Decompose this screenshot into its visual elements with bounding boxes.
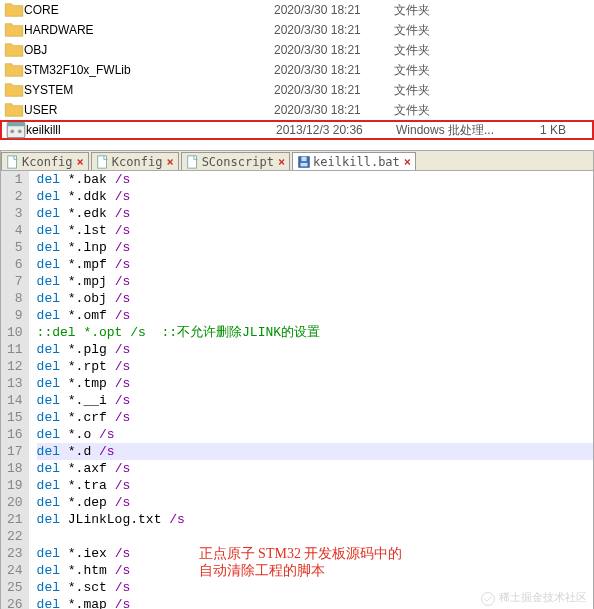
code-line[interactable]: del *.ddk /s: [37, 188, 593, 205]
editor-tab[interactable]: SConscript×: [181, 152, 290, 170]
code-line[interactable]: del *.d /s: [37, 443, 593, 460]
line-number: 26: [7, 596, 23, 609]
file-row[interactable]: STM32F10x_FWLib2020/3/30 18:21文件夹: [0, 60, 594, 80]
line-number: 7: [7, 273, 23, 290]
line-number: 3: [7, 205, 23, 222]
file-name: SYSTEM: [24, 83, 274, 97]
code-line[interactable]: del *.o /s: [37, 426, 593, 443]
file-row[interactable]: keilkilll2013/12/3 20:36Windows 批处理...1 …: [0, 120, 594, 140]
file-row[interactable]: CORE2020/3/30 18:21文件夹: [0, 0, 594, 20]
line-number: 2: [7, 188, 23, 205]
annotation-text: 自动清除工程的脚本: [199, 562, 403, 579]
folder-icon: [4, 100, 24, 120]
code-line[interactable]: del *.lnp /s: [37, 239, 593, 256]
file-date: 2020/3/30 18:21: [274, 3, 394, 17]
file-row[interactable]: HARDWARE2020/3/30 18:21文件夹: [0, 20, 594, 40]
editor-tab[interactable]: keilkill.bat×: [292, 152, 416, 170]
annotation-text: 正点原子 STM32 开发板源码中的: [199, 545, 403, 562]
line-number: 18: [7, 460, 23, 477]
line-number: 10: [7, 324, 23, 341]
tab-label: Kconfig: [112, 155, 163, 169]
folder-icon: [4, 0, 24, 20]
file-row[interactable]: USER2020/3/30 18:21文件夹: [0, 100, 594, 120]
svg-rect-1: [7, 123, 25, 127]
line-number: 13: [7, 375, 23, 392]
file-type: 文件夹: [394, 102, 514, 119]
tab-label: keilkill.bat: [313, 155, 400, 169]
file-date: 2020/3/30 18:21: [274, 63, 394, 77]
close-icon[interactable]: ×: [77, 155, 84, 169]
code-line[interactable]: del *.rpt /s: [37, 358, 593, 375]
watermark: 稀土掘金技术社区: [481, 590, 587, 607]
line-number: 16: [7, 426, 23, 443]
code-line[interactable]: del *.mpj /s: [37, 273, 593, 290]
folder-icon: [4, 40, 24, 60]
svg-rect-6: [187, 155, 196, 167]
svg-rect-9: [301, 162, 308, 166]
code-line[interactable]: del *.__i /s: [37, 392, 593, 409]
folder-icon: [4, 80, 24, 100]
file-type: Windows 批处理...: [396, 122, 516, 139]
close-icon[interactable]: ×: [278, 155, 285, 169]
line-number: 5: [7, 239, 23, 256]
line-number: 14: [7, 392, 23, 409]
file-row[interactable]: OBJ2020/3/30 18:21文件夹: [0, 40, 594, 60]
tab-label: Kconfig: [22, 155, 73, 169]
file-date: 2013/12/3 20:36: [276, 123, 396, 137]
svg-rect-5: [98, 155, 107, 167]
line-number: 21: [7, 511, 23, 528]
file-name: OBJ: [24, 43, 274, 57]
file-name: USER: [24, 103, 274, 117]
close-icon[interactable]: ×: [166, 155, 173, 169]
line-number: 20: [7, 494, 23, 511]
file-name: keilkilll: [26, 123, 276, 137]
code-line[interactable]: [37, 528, 593, 545]
code-line[interactable]: del *.tmp /s: [37, 375, 593, 392]
folder-icon: [4, 20, 24, 40]
file-type: 文件夹: [394, 82, 514, 99]
svg-rect-4: [8, 155, 17, 167]
file-date: 2020/3/30 18:21: [274, 103, 394, 117]
editor-tab[interactable]: Kconfig×: [91, 152, 179, 170]
editor-tab[interactable]: Kconfig×: [1, 152, 89, 170]
file-type: 文件夹: [394, 42, 514, 59]
code-line[interactable]: del *.edk /s: [37, 205, 593, 222]
file-type: 文件夹: [394, 22, 514, 39]
svg-point-10: [482, 592, 495, 605]
file-size: 1 KB: [516, 123, 566, 137]
code-line[interactable]: del *.dep /s: [37, 494, 593, 511]
folder-icon: [4, 60, 24, 80]
svg-rect-8: [301, 156, 306, 160]
svg-point-3: [18, 129, 22, 133]
line-number: 19: [7, 477, 23, 494]
code-line[interactable]: del *.lst /s: [37, 222, 593, 239]
code-line[interactable]: del *.tra /s: [37, 477, 593, 494]
file-row[interactable]: SYSTEM2020/3/30 18:21文件夹: [0, 80, 594, 100]
file-name: CORE: [24, 3, 274, 17]
file-name: STM32F10x_FWLib: [24, 63, 274, 77]
code-line[interactable]: del *.omf /s: [37, 307, 593, 324]
line-number: 22: [7, 528, 23, 545]
file-type: 文件夹: [394, 62, 514, 79]
code-line[interactable]: ::del *.opt /s ::不允许删除JLINK的设置: [37, 324, 593, 341]
code-line[interactable]: del *.axf /s: [37, 460, 593, 477]
file-name: HARDWARE: [24, 23, 274, 37]
line-number: 15: [7, 409, 23, 426]
code-line[interactable]: del *.mpf /s: [37, 256, 593, 273]
line-number: 11: [7, 341, 23, 358]
code-line[interactable]: del *.obj /s: [37, 290, 593, 307]
svg-point-2: [10, 129, 14, 133]
tab-label: SConscript: [202, 155, 274, 169]
line-number: 23: [7, 545, 23, 562]
line-number: 6: [7, 256, 23, 273]
code-line[interactable]: del *.plg /s: [37, 341, 593, 358]
line-number: 17: [7, 443, 23, 460]
file-type: 文件夹: [394, 2, 514, 19]
line-number: 4: [7, 222, 23, 239]
code-line[interactable]: del *.bak /s: [37, 171, 593, 188]
file-date: 2020/3/30 18:21: [274, 23, 394, 37]
close-icon[interactable]: ×: [404, 155, 411, 169]
code-line[interactable]: del *.crf /s: [37, 409, 593, 426]
line-number: 8: [7, 290, 23, 307]
code-line[interactable]: del JLinkLog.txt /s: [37, 511, 593, 528]
